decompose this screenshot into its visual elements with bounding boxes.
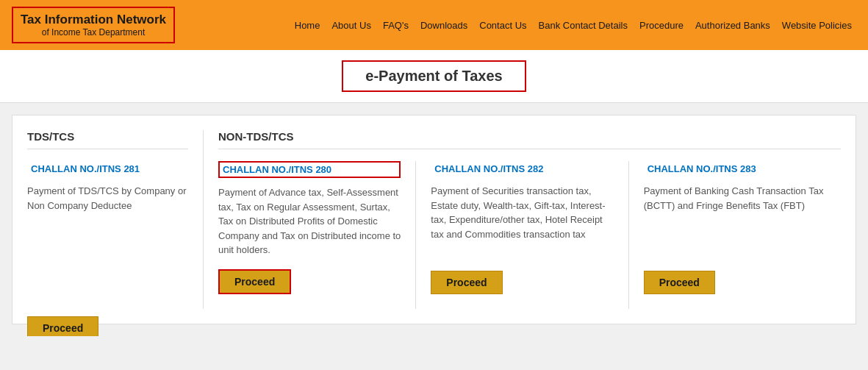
non-tds-heading: NON-TDS/TCS [218, 130, 841, 149]
nav-item-home[interactable]: Home [290, 18, 325, 32]
nav-item-about-us[interactable]: About Us [327, 18, 375, 32]
nav-item-bank-contact[interactable]: Bank Contact Details [534, 18, 632, 32]
tds-proceed-button[interactable]: Proceed [27, 316, 98, 336]
nav-item-procedure[interactable]: Procedure [635, 18, 688, 32]
challan-label-282: CHALLAN NO./ITNS 282 [431, 161, 613, 177]
main-content: TDS/TCS CHALLAN NO./ITNS 281 Payment of … [12, 115, 856, 324]
nav-item-website-policies[interactable]: Website Policies [778, 18, 856, 32]
card-desc-283: Payment of Banking Cash Transaction Tax … [644, 184, 826, 259]
nav-item-faqs[interactable]: FAQ's [379, 18, 413, 32]
challan-label-283: CHALLAN NO./ITNS 283 [644, 161, 826, 177]
logo-title: Tax Information Network [21, 13, 166, 27]
tds-section: TDS/TCS CHALLAN NO./ITNS 281 Payment of … [27, 130, 204, 309]
card-desc-282: Payment of Securities transaction tax, E… [431, 184, 613, 259]
header: Tax Information Network of Income Tax De… [0, 0, 868, 50]
tds-heading: TDS/TCS [27, 130, 188, 149]
page-title: e-Payment of Taxes [342, 60, 526, 92]
nav-item-downloads[interactable]: Downloads [416, 18, 472, 32]
logo-box: Tax Information Network of Income Tax De… [12, 7, 175, 43]
tds-description: Payment of TDS/TCS by Company or Non Com… [27, 184, 188, 213]
card-desc-280: Payment of Advance tax, Self-Assessment … [218, 185, 401, 257]
proceed-button-283[interactable]: Proceed [644, 271, 715, 294]
card-283: CHALLAN NO./ITNS 283Payment of Banking C… [629, 161, 841, 309]
challan-label-280: CHALLAN NO./ITNS 280 [218, 161, 401, 178]
non-tds-cards: CHALLAN NO./ITNS 280Payment of Advance t… [218, 161, 841, 309]
page-title-bar: e-Payment of Taxes [0, 50, 868, 103]
card-282: CHALLAN NO./ITNS 282Payment of Securitie… [416, 161, 628, 309]
proceed-button-280[interactable]: Proceed [218, 269, 291, 294]
card-280: CHALLAN NO./ITNS 280Payment of Advance t… [218, 161, 416, 309]
non-tds-section: NON-TDS/TCS CHALLAN NO./ITNS 280Payment … [218, 130, 841, 309]
proceed-button-282[interactable]: Proceed [431, 271, 502, 294]
logo-subtitle: of Income Tax Department [21, 27, 166, 38]
nav-item-authorized-banks[interactable]: Authorized Banks [691, 18, 775, 32]
nav-bar: HomeAbout UsFAQ'sDownloadsContact UsBank… [290, 18, 856, 32]
nav-item-contact-us[interactable]: Contact Us [475, 18, 531, 32]
tds-challan-label: CHALLAN NO./ITNS 281 [27, 161, 143, 177]
